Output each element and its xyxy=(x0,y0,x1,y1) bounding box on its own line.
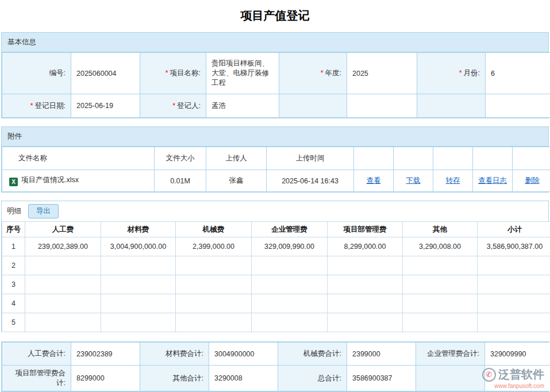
registrant-label: *登记人: xyxy=(140,94,206,118)
registrant-value: 孟浩 xyxy=(206,94,279,118)
material-cost-cell xyxy=(101,313,176,332)
save-as-link[interactable]: 转存 xyxy=(446,176,460,185)
other-cell: 3,290,008.00 xyxy=(403,237,478,256)
details-section: 明细 导出 序号 人工费 材料费 机械费 企业管理费 项目部管理费 其他 小计 … xyxy=(1,201,549,332)
labor-cost-cell xyxy=(25,275,101,294)
year-label: *年度: xyxy=(279,53,347,94)
file-name: 项目产值情况.xlsx xyxy=(21,176,79,184)
empty-label-cell xyxy=(279,94,347,118)
subtotal-cell: 3,586,900,387.00 xyxy=(478,237,550,256)
empty-value-cell xyxy=(347,94,417,118)
col-header-action xyxy=(354,147,394,170)
details-title: 明细 xyxy=(7,206,21,216)
project-dept-mgmt-cost-cell xyxy=(328,256,403,275)
table-row: 2 xyxy=(2,256,550,275)
machinery-cost-cell: 2,399,000.00 xyxy=(176,237,252,256)
enterprise-mgmt-cost-cell: 329,009,990.00 xyxy=(252,237,328,256)
vendor-watermark: ✆ 泛普软件 www.fanpusoft.com xyxy=(458,367,544,389)
labor-cost-cell xyxy=(25,256,101,275)
serial-cell: 5 xyxy=(2,313,25,332)
labor-cost-cell xyxy=(25,313,101,332)
file-size: 0.01M xyxy=(155,170,206,192)
grand-total-value: 3586900387 xyxy=(347,366,416,391)
month-value: 6 xyxy=(486,53,550,94)
serial-cell: 4 xyxy=(2,294,25,313)
material-total-value: 3004900000 xyxy=(209,343,278,366)
col-header-action xyxy=(513,147,550,170)
download-link[interactable]: 下载 xyxy=(406,176,421,185)
subtotal-cell xyxy=(478,275,550,294)
material-cost-cell xyxy=(101,294,176,313)
file-name-cell: X项目产值情况.xlsx xyxy=(2,170,155,192)
month-label: *月份: xyxy=(417,53,486,94)
details-header-row: 序号 人工费 材料费 机械费 企业管理费 项目部管理费 其他 小计 xyxy=(2,222,550,237)
machinery-cost-cell xyxy=(176,256,252,275)
col-header-project-dept-mgmt-cost: 项目部管理费 xyxy=(328,222,403,237)
project-dept-mgmt-cost-cell xyxy=(328,275,403,294)
required-marker: * xyxy=(321,69,324,77)
col-header-material-cost: 材料费 xyxy=(101,222,176,237)
excel-icon: X xyxy=(9,178,18,186)
view-log-link[interactable]: 查看日志 xyxy=(478,176,507,185)
empty-value-cell xyxy=(486,94,550,118)
col-header-machinery-cost: 机械费 xyxy=(176,222,252,237)
other-cell xyxy=(403,275,478,294)
enterprise-mgmt-cost-cell xyxy=(252,294,328,313)
machinery-cost-cell xyxy=(176,313,252,332)
enterprise-mgmt-cost-cell xyxy=(252,256,328,275)
number-label: 编号: xyxy=(2,53,71,94)
required-marker: * xyxy=(30,102,33,110)
col-header-uploader: 上传人 xyxy=(206,147,267,170)
material-cost-cell xyxy=(101,256,176,275)
enterprise-mgmt-total-label: 企业管理费合计: xyxy=(416,343,485,366)
basic-info-header: 基本信息 xyxy=(2,33,548,52)
reg-date-label: *登记日期: xyxy=(2,94,71,118)
col-header-labor-cost: 人工费 xyxy=(25,222,101,237)
serial-cell: 1 xyxy=(2,237,25,256)
upload-time: 2025-06-14 16:43 xyxy=(267,170,354,192)
required-marker: * xyxy=(166,69,168,77)
attachment-row: X项目产值情况.xlsx 0.01M 张鑫 2025-06-14 16:43 查… xyxy=(2,170,550,192)
attachments-section: 附件 文件名称 文件大小 上传人 上传时间 X项目产值情况.xlsx 0.01M… xyxy=(1,126,549,193)
empty-label-cell xyxy=(417,94,486,118)
serial-cell: 2 xyxy=(2,256,25,275)
material-cost-cell xyxy=(101,275,176,294)
col-header-action xyxy=(473,147,513,170)
labor-cost-cell: 239,002,389.00 xyxy=(25,237,101,256)
required-marker: * xyxy=(459,69,462,77)
material-total-label: 材料费合计: xyxy=(140,343,209,366)
year-value: 2025 xyxy=(347,53,417,94)
enterprise-mgmt-cost-cell xyxy=(252,313,328,332)
project-name-label: *项目名称: xyxy=(140,53,206,94)
col-header-enterprise-mgmt-cost: 企业管理费 xyxy=(252,222,328,237)
col-header-upload-time: 上传时间 xyxy=(267,147,354,170)
table-row: 1 239,002,389.00 3,004,900,000.00 2,399,… xyxy=(2,237,550,256)
view-link[interactable]: 查看 xyxy=(367,176,381,185)
details-table: 序号 人工费 材料费 机械费 企业管理费 项目部管理费 其他 小计 1 239,… xyxy=(2,221,550,332)
other-cell xyxy=(403,313,478,332)
vendor-logo-icon: ✆ xyxy=(482,368,496,382)
other-cell xyxy=(403,256,478,275)
export-button[interactable]: 导出 xyxy=(28,204,59,218)
delete-link[interactable]: 删除 xyxy=(525,176,540,185)
vendor-brand: 泛普软件 xyxy=(498,367,544,382)
attachments-table: 文件名称 文件大小 上传人 上传时间 X项目产值情况.xlsx 0.01M 张鑫… xyxy=(2,147,550,192)
labor-cost-cell xyxy=(25,294,101,313)
enterprise-mgmt-cost-cell xyxy=(252,275,328,294)
project-dept-mgmt-total-label: 项目部管理费合计: xyxy=(2,366,71,391)
other-total-value: 3290008 xyxy=(209,366,278,391)
machinery-cost-cell xyxy=(176,275,252,294)
reg-date-value: 2025-06-19 xyxy=(71,94,140,118)
col-header-file-size: 文件大小 xyxy=(155,147,206,170)
serial-cell: 3 xyxy=(2,275,25,294)
project-dept-mgmt-total-value: 8299000 xyxy=(71,366,140,391)
table-row: 4 xyxy=(2,294,550,313)
details-toolbar: 明细 导出 xyxy=(2,201,548,221)
vendor-url: www.fanpusoft.com xyxy=(458,383,544,389)
col-header-subtotal: 小计 xyxy=(478,222,550,237)
subtotal-cell xyxy=(478,313,550,332)
subtotal-cell xyxy=(478,256,550,275)
basic-info-section: 基本信息 编号: 2025060004 *项目名称: 贵阳项目样板间、大堂、电梯… xyxy=(1,32,549,118)
table-row: 3 xyxy=(2,275,550,294)
machinery-total-label: 机械费合计: xyxy=(278,343,347,366)
